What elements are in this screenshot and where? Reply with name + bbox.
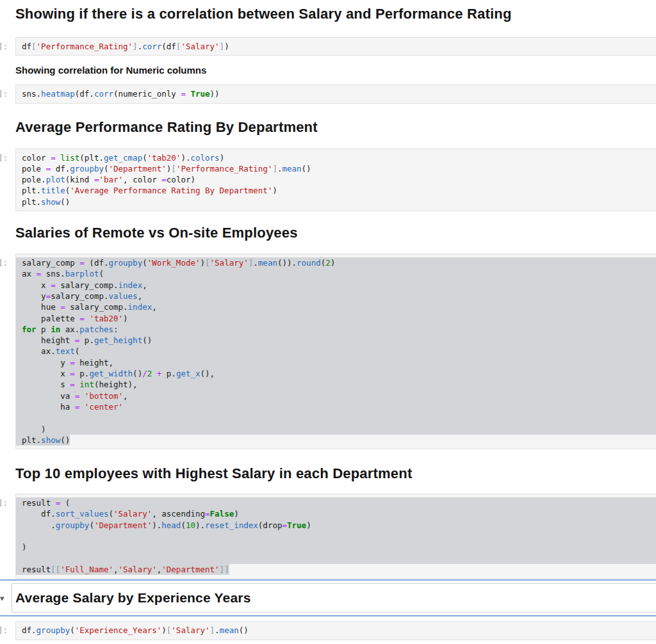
markdown-heading-salaries-remote[interactable]: Salaries of Remote vs On-site Employees — [15, 224, 656, 242]
code-editor[interactable]: salary_comp = (df.groupby('Work_Mode')['… — [15, 254, 656, 449]
code-line: salary_comp = (df.groupby('Work_Mode')['… — [16, 257, 656, 268]
code-editor[interactable]: df.groupby('Experience_Years')['Salary']… — [15, 621, 656, 640]
execution-prompt: ]: — [0, 625, 8, 635]
markdown-heading-avg-perf[interactable]: Average Performance Rating By Department — [15, 118, 656, 136]
execution-prompt: ]: — [0, 153, 8, 163]
markdown-cell-avg-salary-exp[interactable]: ▾ Average Salary by Experience Years — [12, 583, 656, 613]
code-editor[interactable]: color = list(plt.get_cmap('tab20').color… — [15, 149, 656, 211]
code-line: df.sort_values('Salary', ascending=False… — [16, 508, 656, 519]
execution-prompt: ]: — [0, 42, 8, 51]
active-cell-boundary-line — [0, 579, 656, 581]
active-cell-boundary-line — [0, 615, 656, 616]
code-cell-salaries-remote[interactable]: ]: salary_comp = (df.groupby('Work_Mode'… — [15, 254, 656, 449]
code-line: palette = 'tab20') — [16, 313, 656, 324]
code-line: df.groupby('Experience_Years')['Salary']… — [16, 625, 656, 636]
code-line: y = height, — [16, 357, 656, 368]
code-line: df['Performance_Rating'].corr(df['Salary… — [16, 41, 656, 52]
code-line: hue = salary_comp.index, — [16, 302, 656, 312]
markdown-heading-correlation[interactable]: Showing if there is a correlation betwee… — [15, 5, 656, 23]
code-cell-avg-perf[interactable]: ]: color = list(plt.get_cmap('tab20').co… — [15, 149, 656, 211]
code-line: plt.show() — [16, 435, 656, 446]
code-line: for p in ax.patches: — [16, 324, 656, 335]
code-line: pole = df.groupby('Department')['Perform… — [16, 163, 656, 174]
markdown-heading-top10[interactable]: Top 10 employees with Highest Salary in … — [15, 465, 656, 483]
code-line: ax.text( — [16, 346, 656, 357]
collapse-chevron-icon[interactable]: ▾ — [0, 594, 4, 602]
code-line — [16, 553, 656, 564]
code-editor[interactable]: result = ( df.sort_values('Salary', asce… — [15, 494, 656, 579]
code-line: x = p.get_width()/2 + p.get_x(), — [16, 368, 656, 379]
code-line: plt.title('Average Performance Rating By… — [16, 185, 656, 196]
execution-prompt: ]: — [0, 89, 8, 99]
code-line: ha = 'center' — [16, 401, 656, 412]
code-line: plt.show() — [16, 197, 656, 207]
code-cell-corr[interactable]: ]: df['Performance_Rating'].corr(df['Sal… — [15, 37, 656, 56]
code-line — [16, 412, 656, 423]
execution-prompt: ]: — [0, 258, 8, 268]
code-line — [16, 531, 656, 542]
markdown-subheading-numeric[interactable]: Showing correlation for Numeric columns — [15, 64, 656, 76]
code-line: result[['Full_Name','Salary','Department… — [16, 564, 656, 575]
code-line: y=salary_comp.values, — [16, 291, 656, 302]
code-cell-heatmap[interactable]: ]: sns.heatmap(df.corr(numeric_only = Tr… — [15, 85, 656, 103]
code-line: ) — [16, 542, 656, 552]
code-line: .groupby('Department').head(10).reset_in… — [16, 520, 656, 531]
code-line: ) — [16, 424, 656, 435]
code-editor[interactable]: df['Performance_Rating'].corr(df['Salary… — [15, 37, 656, 56]
markdown-heading-avg-salary-exp: Average Salary by Experience Years — [15, 589, 251, 607]
code-line: result = ( — [16, 497, 656, 508]
code-line: va = 'bottom', — [16, 390, 656, 401]
code-cell-avg-salary-exp[interactable]: ]: df.groupby('Experience_Years')['Salar… — [15, 621, 656, 640]
code-cell-top10[interactable]: ]: result = ( df.sort_values('Salary', a… — [15, 494, 656, 579]
notebook-page: Showing if there is a correlation betwee… — [0, 0, 656, 644]
code-line: sns.heatmap(df.corr(numeric_only = True)… — [16, 88, 656, 99]
code-line: height = p.get_height() — [16, 335, 656, 346]
code-line: x = salary_comp.index, — [16, 280, 656, 291]
code-line: s = int(height), — [16, 379, 656, 390]
code-line: pole.plot(kind ='bar', color =color) — [16, 174, 656, 185]
code-line: ax = sns.barplot( — [16, 268, 656, 279]
execution-prompt: ]: — [0, 498, 8, 508]
code-line: color = list(plt.get_cmap('tab20').color… — [16, 152, 656, 163]
code-editor[interactable]: sns.heatmap(df.corr(numeric_only = True)… — [15, 85, 656, 103]
